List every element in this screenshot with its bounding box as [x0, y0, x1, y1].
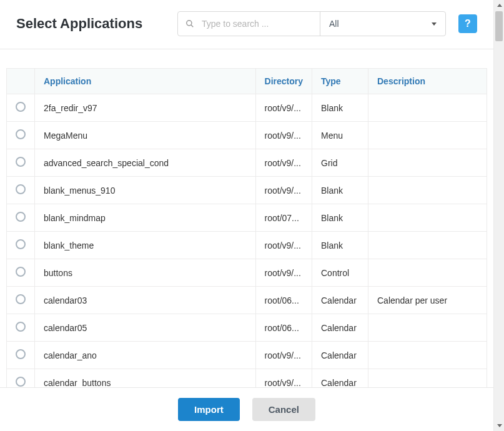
cell-type: Calendar	[312, 342, 368, 369]
row-select-cell	[7, 149, 35, 177]
cell-description	[368, 259, 487, 287]
cell-directory: root/v9/...	[255, 177, 312, 204]
search-icon	[185, 19, 194, 28]
row-radio[interactable]	[16, 239, 26, 249]
cell-directory: root/06...	[255, 314, 312, 342]
row-radio[interactable]	[16, 129, 26, 139]
row-radio[interactable]	[16, 184, 26, 194]
cell-type: Calendar	[312, 287, 368, 314]
cell-directory: root/v9/...	[255, 149, 312, 177]
cell-directory: root/v9/...	[255, 122, 312, 149]
cell-application: MegaMenu	[35, 122, 256, 149]
page-title: Select Applications	[16, 16, 142, 32]
help-button[interactable]: ?	[458, 14, 477, 33]
modal-footer: Import Cancel	[0, 387, 493, 431]
column-type[interactable]: Type	[312, 69, 368, 94]
row-select-cell	[7, 94, 35, 122]
scroll-up-button[interactable]	[494, 0, 504, 11]
cell-type: Blank	[312, 94, 368, 122]
chevron-down-icon	[497, 424, 502, 427]
row-radio[interactable]	[16, 157, 26, 167]
scroll-down-button[interactable]	[494, 420, 504, 431]
cell-type: Blank	[312, 232, 368, 259]
table-row: blank_mindmaproot/07...Blank	[7, 204, 487, 232]
table-row: calendar05root/06...Calendar	[7, 314, 487, 342]
cell-application: advanced_search_special_cond	[35, 149, 256, 177]
row-select-cell	[7, 342, 35, 369]
cell-type: Calendar	[312, 314, 368, 342]
cell-directory: root/06...	[255, 287, 312, 314]
cell-type: Blank	[312, 177, 368, 204]
table-row: blank_themeroot/v9/...Blank	[7, 232, 487, 259]
cell-type: Grid	[312, 149, 368, 177]
row-select-cell	[7, 232, 35, 259]
vertical-scrollbar[interactable]	[493, 0, 504, 431]
row-select-cell	[7, 177, 35, 204]
cell-description	[368, 94, 487, 122]
cell-directory: root/v9/...	[255, 342, 312, 369]
column-directory[interactable]: Directory	[255, 69, 312, 94]
row-radio[interactable]	[16, 349, 26, 359]
table-row: MegaMenuroot/v9/...Menu	[7, 122, 487, 149]
cell-application: blank_theme	[35, 232, 256, 259]
cell-description: Calendar per user	[368, 287, 487, 314]
type-filter-value: All	[329, 19, 339, 29]
modal-header: Select Applications All	[0, 0, 493, 49]
cell-description	[368, 232, 487, 259]
column-application[interactable]: Application	[35, 69, 256, 94]
table-row: 2fa_redir_v97root/v9/...Blank	[7, 94, 487, 122]
search-input[interactable]	[200, 18, 312, 29]
table-row: advanced_search_special_condroot/v9/...G…	[7, 149, 487, 177]
row-radio[interactable]	[16, 102, 26, 112]
column-description[interactable]: Description	[368, 69, 487, 94]
svg-line-1	[191, 25, 193, 27]
chevron-down-icon	[432, 22, 437, 26]
search-box[interactable]	[178, 12, 320, 36]
row-select-cell	[7, 287, 35, 314]
cell-type: Blank	[312, 204, 368, 232]
cell-application: calendar05	[35, 314, 256, 342]
cell-type: Control	[312, 259, 368, 287]
applications-table: Application Directory Type Description 2…	[6, 68, 487, 397]
import-button[interactable]: Import	[178, 398, 240, 421]
table-row: blank_menus_910root/v9/...Blank	[7, 177, 487, 204]
row-radio[interactable]	[16, 377, 26, 387]
row-radio[interactable]	[16, 322, 26, 332]
svg-point-0	[187, 21, 192, 26]
cell-description	[368, 122, 487, 149]
table-container: Application Directory Type Description 2…	[0, 49, 493, 397]
type-filter-select[interactable]: All	[320, 12, 445, 36]
chevron-up-icon	[497, 4, 502, 7]
cancel-button[interactable]: Cancel	[252, 398, 315, 421]
cell-application: calendar_ano	[35, 342, 256, 369]
row-select-cell	[7, 204, 35, 232]
cell-application: buttons	[35, 259, 256, 287]
cell-application: 2fa_redir_v97	[35, 94, 256, 122]
cell-type: Menu	[312, 122, 368, 149]
table-row: calendar_anoroot/v9/...Calendar	[7, 342, 487, 369]
row-radio[interactable]	[16, 294, 26, 304]
row-radio[interactable]	[16, 267, 26, 277]
row-radio[interactable]	[16, 212, 26, 222]
cell-application: blank_menus_910	[35, 177, 256, 204]
column-select	[7, 69, 35, 94]
cell-directory: root/v9/...	[255, 259, 312, 287]
row-select-cell	[7, 314, 35, 342]
cell-description	[368, 342, 487, 369]
cell-description	[368, 204, 487, 232]
cell-directory: root/v9/...	[255, 94, 312, 122]
help-icon: ?	[465, 18, 471, 29]
search-filter-bar: All	[177, 11, 446, 36]
row-select-cell	[7, 122, 35, 149]
row-select-cell	[7, 259, 35, 287]
cell-application: calendar03	[35, 287, 256, 314]
cell-description	[368, 314, 487, 342]
cell-description	[368, 177, 487, 204]
cell-directory: root/07...	[255, 204, 312, 232]
table-row: buttonsroot/v9/...Control	[7, 259, 487, 287]
cell-description	[368, 149, 487, 177]
cell-directory: root/v9/...	[255, 232, 312, 259]
scrollbar-thumb[interactable]	[495, 11, 503, 41]
cell-application: blank_mindmap	[35, 204, 256, 232]
table-row: calendar03root/06...CalendarCalendar per…	[7, 287, 487, 314]
